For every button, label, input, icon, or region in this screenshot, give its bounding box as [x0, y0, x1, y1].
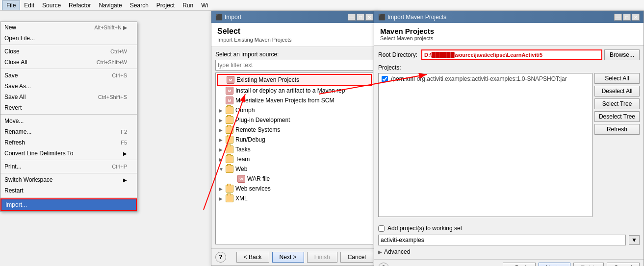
projects-label: Projects:: [378, 64, 640, 71]
import-source-label: Select an import source:: [215, 51, 373, 58]
separator-1: [0, 45, 137, 45]
maven-dialog-footer: ? < Back Next > Finish Cancel: [374, 259, 644, 266]
maven-dialog-minimize[interactable]: —: [614, 14, 622, 21]
import-dialog-icon: ⬛: [215, 14, 223, 21]
select-tree-button[interactable]: Select Tree: [594, 98, 640, 109]
import-dialog: ⬛ Import — □ ✕ Select Import Existing Ma…: [211, 11, 378, 266]
tree-arrow-web: ▼: [219, 167, 226, 172]
tree-arrow-oomph: ▶: [219, 108, 226, 113]
working-set-checkbox[interactable]: [378, 225, 385, 232]
menu-close[interactable]: Close Ctrl+W: [0, 46, 137, 57]
maven-dialog-controls: — □ ✕: [614, 14, 640, 21]
tree-item-web-services[interactable]: ▶ Web services: [217, 184, 372, 193]
menu-restart[interactable]: Restart: [0, 185, 137, 196]
tree-item-team[interactable]: ▶ Team: [217, 154, 372, 164]
tree-arrow-tasks: ▶: [219, 147, 226, 152]
maven-dialog: ⬛ Import Maven Projects — □ ✕ Maven Proj…: [374, 11, 644, 266]
folder-icon: [226, 116, 233, 124]
filter-input[interactable]: [215, 60, 373, 71]
menu-convert-line-delimiters[interactable]: Convert Line Delimiters To: [0, 148, 137, 159]
tree-item-oomph[interactable]: ▶ Oomph: [217, 105, 372, 115]
import-dialog-minimize[interactable]: —: [348, 14, 356, 21]
tree-item-run-debug[interactable]: ▶ Run/Debug: [217, 135, 372, 145]
menu-run[interactable]: Run: [179, 1, 197, 10]
maven-dialog-title: ⬛ Import Maven Projects: [378, 14, 446, 21]
menu-save-all[interactable]: Save All Ctrl+Shift+S: [0, 92, 137, 102]
import-dialog-close[interactable]: ✕: [365, 14, 373, 21]
advanced-row[interactable]: ▶ Advanced: [378, 248, 640, 255]
menu-move[interactable]: Move...: [0, 116, 137, 126]
menu-save[interactable]: Save Ctrl+S: [0, 70, 137, 81]
deselect-tree-button[interactable]: Deselect Tree: [594, 111, 640, 122]
select-all-button[interactable]: Select All: [594, 73, 640, 84]
menu-project[interactable]: Project: [153, 1, 179, 10]
tree-item-existing-maven[interactable]: M Existing Maven Projects: [217, 74, 372, 86]
separator-5: [0, 173, 137, 173]
tree-arrow-plugin: ▶: [219, 118, 226, 123]
help-button[interactable]: ?: [215, 252, 226, 263]
maven-dialog-maximize[interactable]: □: [623, 14, 631, 21]
working-set-row: Add project(s) to working set: [378, 225, 640, 232]
tree-item-xml[interactable]: ▶ XML: [217, 193, 372, 203]
working-set-input[interactable]: [378, 235, 626, 245]
dropdown-arrow-icon[interactable]: ▼: [629, 235, 640, 245]
menu-edit[interactable]: Edit: [20, 1, 38, 10]
tree-item-install-artifact[interactable]: M Install or deploy an artifact to a Mav…: [217, 86, 372, 96]
tree-item-remote-systems[interactable]: ▶ Remote Systems: [217, 125, 372, 135]
next-button[interactable]: Next >: [272, 252, 304, 263]
working-set-label: Add project(s) to working set: [387, 225, 462, 232]
menu-navigate[interactable]: Navigate: [95, 1, 126, 10]
maven-dialog-header: Maven Projects Select Maven projects: [374, 23, 644, 46]
menu-save-as[interactable]: Save As...: [0, 81, 137, 92]
maven-dialog-icon: ⬛: [378, 14, 386, 21]
menu-rename[interactable]: Rename... F2: [0, 126, 137, 137]
menu-open-file[interactable]: Open File...: [0, 33, 137, 44]
menu-wi[interactable]: Wi: [197, 1, 212, 10]
maven-dialog-subheading: Select Maven projects: [380, 35, 638, 41]
menu-revert[interactable]: Revert: [0, 102, 137, 113]
menu-refactor[interactable]: Refactor: [65, 1, 95, 10]
back-button[interactable]: < Back: [236, 252, 269, 263]
maven-help-button[interactable]: ?: [378, 263, 389, 266]
project-item[interactable]: /pom.xml org.activiti.examples:activiti-…: [380, 74, 591, 83]
side-buttons: Select All Deselect All Select Tree Dese…: [594, 73, 640, 221]
tree-arrow-xml: ▶: [219, 196, 226, 201]
menu-source[interactable]: Source: [38, 1, 65, 10]
import-dialog-body: Select an import source: M Existing Mave…: [211, 47, 377, 248]
project-checkbox[interactable]: [382, 76, 388, 82]
folder-icon: [226, 136, 233, 144]
refresh-button[interactable]: Refresh: [594, 124, 640, 135]
import-dialog-subheading: Import Existing Maven Projects: [217, 37, 371, 43]
tree-item-tasks[interactable]: ▶ Tasks: [217, 145, 372, 154]
import-dialog-maximize[interactable]: □: [357, 14, 364, 21]
maven-cancel-button[interactable]: Cancel: [607, 263, 640, 266]
maven-finish-button[interactable]: Finish: [573, 263, 604, 266]
finish-button[interactable]: Finish: [307, 252, 337, 263]
menu-print[interactable]: Print... Ctrl+P: [0, 161, 137, 172]
root-dir-input[interactable]: [421, 49, 602, 60]
maven-next-button[interactable]: Next >: [539, 263, 570, 266]
deselect-all-button[interactable]: Deselect All: [594, 86, 640, 97]
menu-new[interactable]: New Alt+Shift+N ▶: [0, 22, 137, 33]
maven-icon: M: [226, 87, 233, 95]
working-set-dropdown-row: ▼: [378, 235, 640, 245]
tree-item-war[interactable]: W WAR file: [217, 174, 372, 184]
menu-switch-workspace[interactable]: Switch Workspace: [0, 174, 137, 185]
maven-dialog-close[interactable]: ✕: [632, 14, 640, 21]
cancel-button[interactable]: Cancel: [340, 252, 373, 263]
import-dialog-header: Select Import Existing Maven Projects: [211, 23, 377, 47]
maven-icon: M: [226, 97, 233, 104]
menu-refresh[interactable]: Refresh F5: [0, 137, 137, 148]
maven-back-button[interactable]: < Back: [503, 263, 536, 266]
tree-item-materialize[interactable]: M Materialize Maven Projects from SCM: [217, 96, 372, 105]
menu-close-all[interactable]: Close All Ctrl+Shift+W: [0, 57, 137, 68]
import-dialog-heading: Select: [217, 27, 371, 36]
project-path: /pom.xml: [391, 75, 415, 82]
browse-button[interactable]: Browse...: [604, 49, 640, 60]
menu-import[interactable]: Import...: [0, 198, 137, 211]
menu-search[interactable]: Search: [126, 1, 153, 10]
menu-file[interactable]: File: [2, 0, 20, 10]
tree-item-plugin-dev[interactable]: ▶ Plug-in Development: [217, 115, 372, 125]
import-dialog-controls: — □ ✕: [348, 14, 373, 21]
tree-item-web[interactable]: ▼ Web: [217, 164, 372, 174]
